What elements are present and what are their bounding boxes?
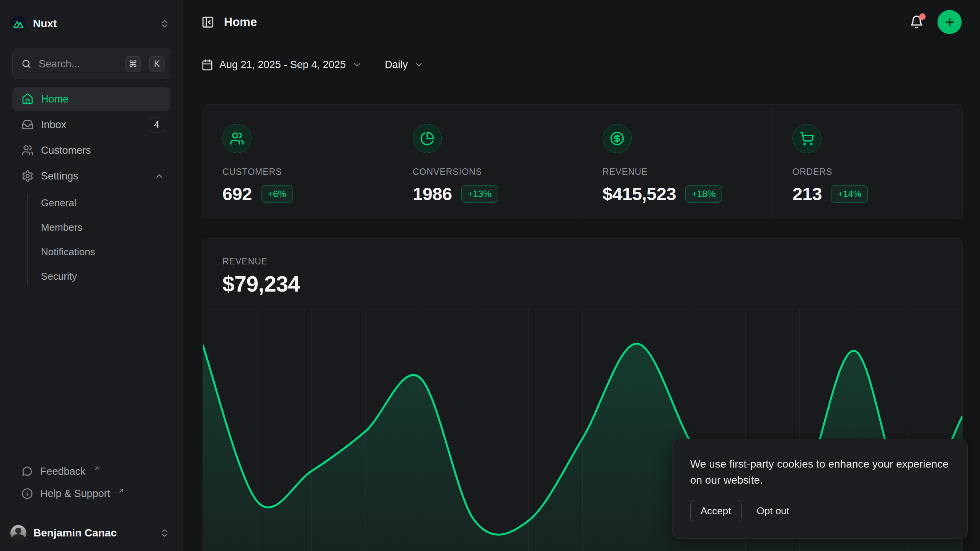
stat-value: 1986 xyxy=(413,183,452,204)
sidebar-spacer xyxy=(0,289,183,460)
chevron-down-icon xyxy=(414,60,424,70)
topbar: Home xyxy=(183,0,980,44)
date-range-picker[interactable]: Aug 21, 2025 - Sep 4, 2025 xyxy=(201,59,362,71)
stats-card: CUSTOMERS 692 +6% CONVERSIONS 1986 +13% xyxy=(203,104,963,219)
stat-conversions[interactable]: CONVERSIONS 1986 +13% xyxy=(393,105,583,219)
date-range-label: Aug 21, 2025 - Sep 4, 2025 xyxy=(219,59,346,71)
user-menu[interactable]: Benjamin Canac xyxy=(0,515,183,551)
sidebar-item-notifications[interactable]: Notifications xyxy=(12,240,170,264)
stat-label: ORDERS xyxy=(792,167,947,177)
stat-value: 213 xyxy=(792,183,822,204)
gear-icon xyxy=(21,170,34,182)
kbd-cmd: ⌘ xyxy=(125,56,141,72)
cookie-actions: Accept Opt out xyxy=(690,500,950,522)
inbox-icon xyxy=(21,119,34,131)
sidebar-item-general[interactable]: General xyxy=(12,191,170,215)
trend-badge: +18% xyxy=(685,185,722,203)
revenue-chart-value: $79,234 xyxy=(222,271,943,297)
stat-label: CUSTOMERS xyxy=(222,167,377,177)
topbar-actions xyxy=(910,10,962,34)
opt-out-button[interactable]: Opt out xyxy=(757,505,789,517)
workspace-switcher[interactable]: Nuxt xyxy=(0,0,183,47)
accept-button[interactable]: Accept xyxy=(690,500,742,522)
notifications-button[interactable] xyxy=(910,15,924,29)
trend-badge: +14% xyxy=(831,185,868,203)
sidebar-item-label: Home xyxy=(41,93,69,105)
collapse-sidebar-button[interactable] xyxy=(201,16,214,29)
chevron-up-icon xyxy=(154,171,164,181)
cookie-banner: We use first-party cookies to enhance yo… xyxy=(672,439,968,539)
trend-badge: +13% xyxy=(461,185,498,203)
search-input[interactable]: Search... ⌘ K xyxy=(12,49,170,79)
users-icon xyxy=(21,144,34,156)
info-circle-icon xyxy=(21,488,33,499)
help-support-link[interactable]: Help & Support xyxy=(12,483,170,505)
user-name: Benjamin Canac xyxy=(33,527,117,539)
sidebar-item-customers[interactable]: Customers xyxy=(12,139,170,162)
chevron-down-icon xyxy=(352,60,362,70)
sidebar-item-settings[interactable]: Settings xyxy=(12,164,170,188)
stat-value: $415,523 xyxy=(603,183,676,204)
users-icon xyxy=(222,124,252,153)
plus-icon xyxy=(944,16,956,28)
external-link-icon xyxy=(118,487,125,494)
sidebar-item-label: Customers xyxy=(41,145,91,156)
granularity-label: Daily xyxy=(385,59,408,71)
page-title: Home xyxy=(224,15,257,29)
sub-item-label: Notifications xyxy=(41,246,95,258)
stat-orders[interactable]: ORDERS 213 +14% xyxy=(773,105,962,219)
filters-row: Aug 21, 2025 - Sep 4, 2025 Daily xyxy=(183,44,980,85)
granularity-select[interactable]: Daily xyxy=(385,59,424,71)
add-button[interactable] xyxy=(938,10,962,34)
sidebar-item-security[interactable]: Security xyxy=(12,264,170,289)
nuxt-logo-icon xyxy=(10,16,26,32)
user-selector-icon xyxy=(160,528,170,538)
stat-label: REVENUE xyxy=(603,167,757,177)
message-circle-icon xyxy=(21,466,33,477)
sub-item-label: Members xyxy=(41,222,82,233)
sidebar-nav: Home Inbox 4 Customers Settings xyxy=(12,87,170,289)
kbd-k: K xyxy=(149,56,165,72)
feedback-label: Feedback xyxy=(40,466,86,478)
sidebar-item-home[interactable]: Home xyxy=(12,87,170,111)
inbox-count-badge: 4 xyxy=(149,117,164,132)
sidebar-footer-links: Feedback Help & Support xyxy=(12,460,170,505)
stat-label: CONVERSIONS xyxy=(413,167,567,177)
stat-value: 692 xyxy=(222,183,252,204)
sub-item-label: General xyxy=(41,197,77,209)
sidebar-item-label: Settings xyxy=(41,170,78,182)
feedback-link[interactable]: Feedback xyxy=(12,460,170,483)
home-icon xyxy=(21,93,34,105)
external-link-icon xyxy=(93,465,100,472)
sidebar-item-label: Inbox xyxy=(41,119,66,131)
sidebar: Nuxt Search... ⌘ K Home xyxy=(0,0,183,551)
sidebar-item-members[interactable]: Members xyxy=(12,215,170,240)
stat-customers[interactable]: CUSTOMERS 692 +6% xyxy=(203,105,393,219)
stat-revenue[interactable]: REVENUE $415,523 +18% xyxy=(583,105,773,219)
search-icon xyxy=(21,59,32,69)
trend-badge: +6% xyxy=(261,185,293,203)
workspace-selector-icon xyxy=(160,19,170,29)
pie-chart-icon xyxy=(413,124,442,153)
sub-item-label: Security xyxy=(41,271,77,282)
revenue-chart-label: REVENUE xyxy=(222,256,943,267)
settings-sub-list: General Members Notifications Security xyxy=(12,191,170,289)
brand-name: Nuxt xyxy=(33,18,57,30)
notification-dot xyxy=(919,13,926,20)
shopping-cart-icon xyxy=(792,124,822,153)
calendar-icon xyxy=(201,59,213,71)
sidebar-item-inbox[interactable]: Inbox 4 xyxy=(12,113,170,137)
help-support-label: Help & Support xyxy=(40,488,110,500)
cookie-message: We use first-party cookies to enhance yo… xyxy=(690,456,950,488)
avatar xyxy=(10,525,26,541)
circle-dollar-icon xyxy=(603,124,632,153)
search-placeholder: Search... xyxy=(39,58,117,70)
